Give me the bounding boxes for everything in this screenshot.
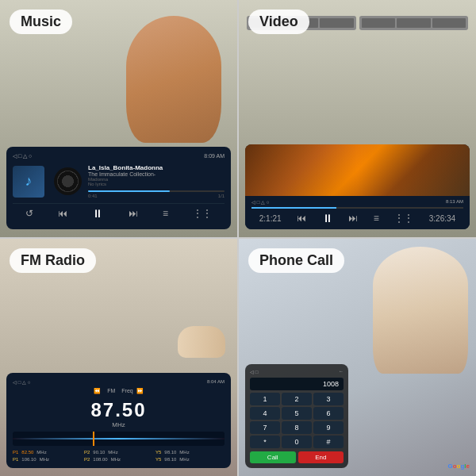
radio-tuner xyxy=(13,432,225,446)
dial-key-0[interactable]: 0 xyxy=(282,436,312,448)
preset-5[interactable]: P2 108.00 MHz xyxy=(84,457,153,462)
music-player: ◁ □ △ ○ 8:09 AM ♪ La_Isla_Bonita-Madonna… xyxy=(6,147,231,229)
music-vinyl xyxy=(54,167,82,195)
dial-key-9[interactable]: 9 xyxy=(313,421,344,434)
video-screen xyxy=(245,144,470,196)
video-status-time: 8:13 AM xyxy=(446,199,463,205)
call-button[interactable]: Call xyxy=(250,451,296,463)
music-cell: Music ◁ □ △ ○ 8:09 AM ♪ La_Isla_Bonita-M… xyxy=(0,0,237,237)
preset-6-freq: 98.10 xyxy=(164,457,176,462)
radio-mhz-label: MHz xyxy=(13,421,225,428)
preset-6[interactable]: Y5 98.10 MHz xyxy=(155,457,225,462)
video-time-current: 2:1:21 xyxy=(259,214,282,223)
preset-3[interactable]: Y5 98.10 MHz xyxy=(155,450,225,455)
prev-icon[interactable]: ⏮ xyxy=(58,208,67,219)
phone-nav-icons: ◁ □ xyxy=(250,369,258,374)
music-top-bar: ◁ □ △ ○ 8:09 AM xyxy=(13,153,225,159)
phone-action-row: Call End xyxy=(250,451,344,463)
music-nav-icons: ◁ □ △ ○ xyxy=(13,153,32,159)
preset-4-unit: MHz xyxy=(40,457,49,462)
dial-key-2[interactable]: 2 xyxy=(282,393,312,405)
video-label: Video xyxy=(248,10,309,34)
repeat-icon[interactable]: ↺ xyxy=(25,208,33,219)
radio-band-label: FM xyxy=(107,388,115,394)
radio-tuner-needle xyxy=(93,432,94,446)
video-top-bar: ◁ □ △ ○ 8:13 AM xyxy=(251,199,463,205)
preset-3-unit: MHz xyxy=(179,450,189,455)
phone-player: ◁ □ ← 1008 1 2 3 4 5 6 7 8 9 * 0 # Call … xyxy=(245,364,348,468)
main-grid: Music ◁ □ △ ○ 8:09 AM ♪ La_Isla_Bonita-M… xyxy=(0,0,476,476)
preset-3-label: Y5 xyxy=(155,450,161,455)
preset-6-unit: MHz xyxy=(179,457,189,462)
play-icon[interactable]: ⏸ xyxy=(92,207,103,220)
preset-4[interactable]: P1 106.10 MHz xyxy=(13,457,82,462)
video-progress-bar xyxy=(251,207,463,209)
music-controls: ↺ ⏮ ⏸ ⏭ ≡ ⋮⋮ xyxy=(13,203,225,223)
radio-skip-fwd-icon[interactable]: ⏩ xyxy=(136,388,144,394)
video-eq-icon[interactable]: ⋮⋮ xyxy=(394,213,413,224)
dial-key-6[interactable]: 6 xyxy=(313,407,344,420)
music-status-time: 8:09 AM xyxy=(204,153,225,159)
phone-person xyxy=(373,247,468,374)
preset-2-unit: MHz xyxy=(108,450,117,455)
music-time-current: 0:41 xyxy=(88,194,98,198)
video-progress-fill xyxy=(251,207,336,209)
video-cell: Video ◁ □ △ ○ 8:13 AM 2:1:21 ⏮ ⏸ ⏭ ≡ xyxy=(239,0,476,237)
video-ctrl-row: 2:1:21 ⏮ ⏸ ⏭ ≡ ⋮⋮ 3:26:34 xyxy=(251,212,463,226)
steering-hand xyxy=(178,326,225,358)
music-person xyxy=(126,16,221,143)
end-button[interactable]: End xyxy=(298,451,344,463)
music-progress-bar xyxy=(88,190,225,192)
preset-4-freq: 106.10 xyxy=(21,457,36,462)
video-next-icon[interactable]: ⏭ xyxy=(348,213,358,224)
playlist-icon[interactable]: ≡ xyxy=(163,208,168,219)
radio-label: FM Radio xyxy=(10,248,96,273)
video-time-total: 3:26:34 xyxy=(429,214,455,223)
music-progress-fill xyxy=(88,190,170,192)
preset-2-freq: 90.10 xyxy=(93,450,105,455)
dial-key-5[interactable]: 5 xyxy=(282,407,312,420)
dial-key-7[interactable]: 7 xyxy=(250,421,280,434)
music-note-icon: ♪ xyxy=(25,173,33,190)
video-playlist-icon[interactable]: ≡ xyxy=(374,213,379,224)
radio-status-time: 8:04 AM xyxy=(207,379,225,385)
dial-key-1[interactable]: 1 xyxy=(250,393,280,405)
video-player: ◁ □ △ ○ 8:13 AM 2:1:21 ⏮ ⏸ ⏭ ≡ ⋮⋮ 3:26:3… xyxy=(245,144,470,229)
google-logo: Google xyxy=(447,463,470,470)
music-time-total: 1/1 xyxy=(218,194,225,198)
radio-frequency: 87.50 xyxy=(13,399,225,421)
video-overlay xyxy=(245,144,470,196)
dial-key-3[interactable]: 3 xyxy=(313,393,344,405)
preset-1[interactable]: P1 82.50 MHz xyxy=(13,450,82,455)
dial-key-4[interactable]: 4 xyxy=(250,407,280,420)
video-nav-icons: ◁ □ △ ○ xyxy=(251,199,269,205)
video-play-icon[interactable]: ⏸ xyxy=(322,212,333,225)
video-prev-icon[interactable]: ⏮ xyxy=(297,213,306,224)
dial-key-star[interactable]: * xyxy=(250,436,280,448)
preset-1-unit: MHz xyxy=(36,450,46,455)
next-icon[interactable]: ⏭ xyxy=(129,208,138,219)
preset-3-freq: 98.10 xyxy=(164,450,176,455)
radio-top-bar: ◁ □ △ ○ 8:04 AM xyxy=(13,379,225,385)
radio-freq-label: Freq xyxy=(121,388,132,394)
phone-number-display: 1008 xyxy=(250,378,344,390)
phone-top-bar: ◁ □ ← xyxy=(250,369,344,374)
phone-cell: Phone Call ◁ □ ← 1008 1 2 3 4 5 6 7 8 9 … xyxy=(239,239,476,476)
radio-skip-back-icon[interactable]: ⏪ xyxy=(94,388,101,394)
dial-key-hash[interactable]: # xyxy=(313,436,344,448)
radio-tuner-bar xyxy=(13,438,225,440)
radio-presets: P1 82.50 MHz P2 90.10 MHz Y5 98.10 MHz P… xyxy=(13,450,225,462)
music-album-art: ♪ xyxy=(13,166,44,198)
preset-6-label: Y5 xyxy=(155,457,161,462)
dial-key-8[interactable]: 8 xyxy=(282,421,312,434)
music-collection: The Immaculate Collection- xyxy=(88,171,225,177)
preset-2[interactable]: P2 90.10 MHz xyxy=(84,450,153,455)
music-time: 0:41 1/1 xyxy=(88,194,225,198)
music-label: Music xyxy=(10,10,72,34)
music-content: ♪ La_Isla_Bonita-Madonna The Immaculate … xyxy=(13,164,225,198)
phone-back-icon[interactable]: ← xyxy=(339,369,344,374)
music-no-lyrics: No lyrics xyxy=(88,182,225,186)
radio-nav-icons: ◁ □ △ ○ xyxy=(13,379,30,385)
music-info: La_Isla_Bonita-Madonna The Immaculate Co… xyxy=(88,164,225,198)
equalizer-icon[interactable]: ⋮⋮ xyxy=(193,208,212,219)
